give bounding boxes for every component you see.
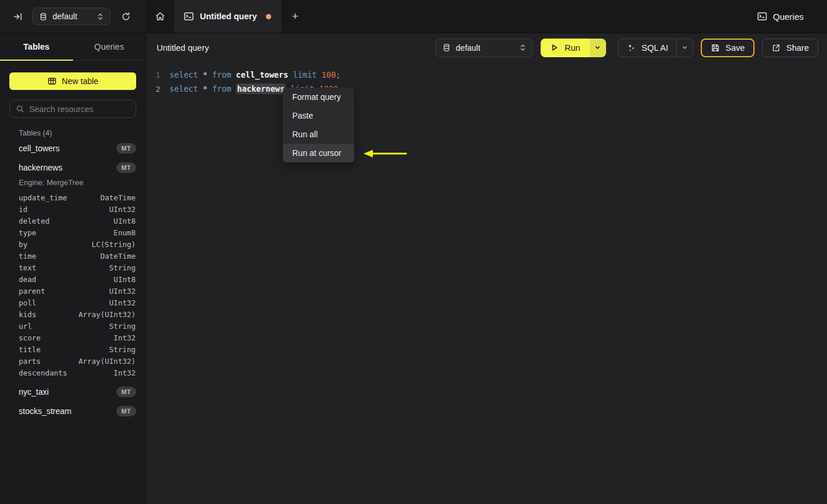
tab-label: Untitled query bbox=[200, 12, 257, 21]
column-name: deleted bbox=[19, 217, 113, 225]
table-name: cell_towers bbox=[19, 144, 116, 153]
queries-icon bbox=[757, 11, 767, 22]
sidebar-tabs: Tables Queries bbox=[0, 33, 146, 61]
table-row[interactable]: hackernews MT bbox=[0, 158, 146, 177]
context-menu-item[interactable]: Run all bbox=[283, 125, 354, 144]
topbar-database-selector[interactable]: default bbox=[32, 8, 110, 25]
engine-badge: MT bbox=[116, 406, 136, 416]
table-row[interactable]: cell_towers MT bbox=[0, 138, 146, 158]
header-database-selector[interactable]: default bbox=[435, 39, 533, 57]
column-row[interactable]: by LC(String) bbox=[0, 238, 146, 250]
column-type: UInt32 bbox=[109, 205, 136, 214]
run-split-button: Run bbox=[541, 39, 606, 57]
queries-button[interactable]: Queries bbox=[757, 11, 804, 22]
home-tab[interactable] bbox=[146, 0, 174, 33]
editor-code-line[interactable]: 1 select * from cell_towers limit 100; bbox=[146, 68, 827, 82]
floppy-disk-icon bbox=[711, 43, 720, 53]
column-row[interactable]: kids Array(UInt32) bbox=[0, 308, 146, 320]
tables-list: Tables (4) cell_towers MT hackernews MT … bbox=[0, 118, 146, 504]
column-row[interactable]: type Enum8 bbox=[0, 227, 146, 238]
home-icon bbox=[155, 11, 165, 22]
tab-untitled-query[interactable]: Untitled query bbox=[174, 0, 281, 33]
column-type: String bbox=[109, 263, 136, 272]
table-group: hackernews MT Engine: MergeTree update_t… bbox=[0, 158, 146, 382]
editor-context-menu: Format query Paste Run all Run at cursor bbox=[283, 88, 354, 162]
column-name: descendants bbox=[19, 369, 113, 377]
search-box bbox=[9, 100, 136, 118]
code-token: cell_towers bbox=[236, 70, 288, 79]
column-type: Array(UInt32) bbox=[78, 310, 136, 319]
sql-ai-button[interactable]: SQL AI bbox=[618, 39, 676, 57]
editor-code-line[interactable]: 2 select * from hackernews limit 1000 bbox=[146, 82, 827, 96]
column-type: Enum8 bbox=[113, 228, 136, 237]
column-name: id bbox=[19, 205, 109, 214]
new-table-button[interactable]: New table bbox=[9, 72, 136, 90]
column-type: UInt32 bbox=[109, 298, 136, 307]
column-row[interactable]: poll UInt32 bbox=[0, 297, 146, 308]
column-row[interactable]: deleted UInt8 bbox=[0, 215, 146, 227]
sidebar-tab-tables[interactable]: Tables bbox=[0, 33, 73, 60]
annotation-arrow bbox=[364, 149, 408, 158]
column-row[interactable]: score Int32 bbox=[0, 332, 146, 343]
engine-badge: MT bbox=[116, 387, 136, 397]
column-row[interactable]: descendants Int32 bbox=[0, 367, 146, 378]
column-name: time bbox=[19, 252, 101, 260]
column-row[interactable]: time DateTime bbox=[0, 250, 146, 262]
sql-ai-dropdown-button[interactable] bbox=[676, 39, 693, 57]
column-row[interactable]: parent UInt32 bbox=[0, 285, 146, 297]
column-type: UInt8 bbox=[113, 217, 136, 225]
refresh-button[interactable] bbox=[117, 8, 134, 25]
search-icon bbox=[16, 105, 25, 113]
engine-badge: MT bbox=[116, 162, 136, 173]
save-button-label: Save bbox=[725, 43, 745, 53]
line-number: 2 bbox=[146, 85, 160, 93]
column-row[interactable]: title String bbox=[0, 343, 146, 355]
line-number: 1 bbox=[146, 71, 160, 79]
column-row[interactable]: dead UInt8 bbox=[0, 273, 146, 285]
code-token: from bbox=[212, 70, 236, 79]
terminal-icon bbox=[184, 11, 194, 22]
search-input[interactable] bbox=[29, 105, 130, 114]
column-name: type bbox=[19, 228, 113, 237]
refresh-icon bbox=[121, 12, 131, 22]
table-row[interactable]: stocks_stream MT bbox=[0, 401, 146, 420]
column-name: parent bbox=[19, 287, 109, 296]
context-menu-item[interactable]: Run at cursor bbox=[283, 144, 354, 162]
column-type: LC(String) bbox=[92, 240, 136, 249]
header-database-value: default bbox=[456, 43, 514, 53]
save-button[interactable]: Save bbox=[701, 39, 755, 57]
tab-strip: Untitled query + Queries bbox=[146, 0, 827, 33]
run-button-label: Run bbox=[565, 43, 580, 53]
column-row[interactable]: parts Array(UInt32) bbox=[0, 355, 146, 367]
column-row[interactable]: id UInt32 bbox=[0, 203, 146, 215]
table-group: stocks_stream MT bbox=[0, 401, 146, 420]
column-row[interactable]: url String bbox=[0, 320, 146, 332]
table-row[interactable]: nyc_taxi MT bbox=[0, 382, 146, 401]
main-panel: Untitled query default bbox=[146, 33, 827, 504]
code-token: select bbox=[169, 84, 203, 93]
collapse-sidebar-button[interactable] bbox=[9, 8, 26, 25]
context-menu-item[interactable]: Format query bbox=[283, 88, 354, 106]
up-down-chevrons-icon bbox=[520, 44, 526, 51]
column-name: kids bbox=[19, 310, 78, 319]
table-engine-label: Engine: MergeTree bbox=[0, 177, 146, 190]
new-tab-button[interactable]: + bbox=[281, 0, 309, 33]
column-row[interactable]: update_time DateTime bbox=[0, 192, 146, 203]
run-button[interactable]: Run bbox=[541, 39, 590, 57]
share-button[interactable]: Share bbox=[762, 39, 818, 57]
sql-editor[interactable]: 1 select * from cell_towers limit 100; 2… bbox=[146, 62, 827, 504]
engine-badge: MT bbox=[116, 143, 136, 154]
table-group: cell_towers MT bbox=[0, 138, 146, 158]
table-name: stocks_stream bbox=[19, 406, 116, 416]
topbar-database-value: default bbox=[53, 12, 92, 21]
column-row[interactable]: text String bbox=[0, 262, 146, 273]
column-name: poll bbox=[19, 298, 109, 307]
sidebar-tab-queries[interactable]: Queries bbox=[73, 33, 146, 60]
column-type: String bbox=[109, 345, 136, 354]
run-dropdown-button[interactable] bbox=[590, 39, 606, 57]
column-name: text bbox=[19, 263, 109, 272]
header-controls: default Run bbox=[435, 39, 818, 57]
context-menu-item[interactable]: Paste bbox=[283, 106, 354, 125]
play-icon bbox=[550, 43, 559, 52]
unsaved-changes-dot bbox=[266, 14, 271, 19]
